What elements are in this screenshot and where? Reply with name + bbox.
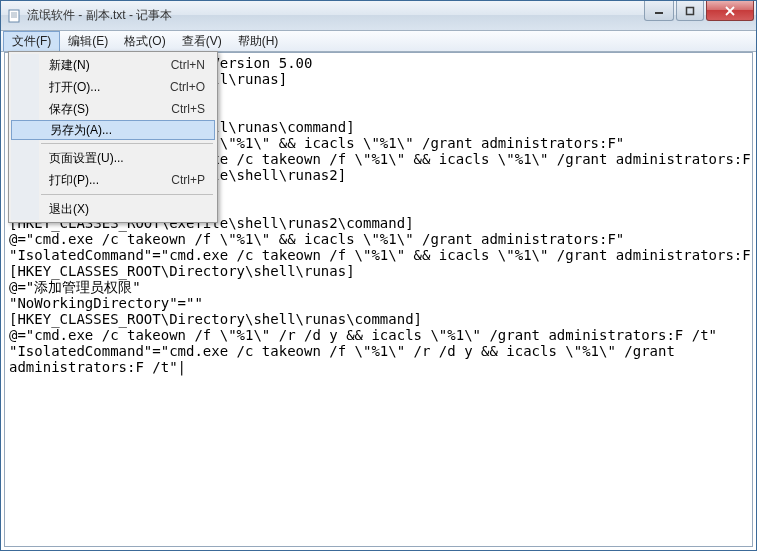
notepad-icon: [7, 8, 23, 24]
menu-saveas[interactable]: 另存为(A)...: [11, 120, 215, 140]
menu-item-label: 保存(S): [19, 101, 171, 118]
menu-item-shortcut: Ctrl+S: [171, 102, 205, 116]
window-title: 流氓软件 - 副本.txt - 记事本: [27, 7, 642, 24]
menu-item-label: 打印(P)...: [19, 172, 171, 189]
menu-separator: [41, 194, 213, 195]
svg-rect-0: [9, 10, 19, 22]
file-dropdown: 新建(N) Ctrl+N 打开(O)... Ctrl+O 保存(S) Ctrl+…: [8, 51, 218, 223]
menu-item-label: 页面设置(U)...: [19, 150, 205, 167]
svg-rect-5: [687, 7, 694, 14]
menu-item-shortcut: Ctrl+P: [171, 173, 205, 187]
window-controls: [642, 1, 754, 21]
menu-item-label: 打开(O)...: [19, 79, 170, 96]
menu-item-shortcut: Ctrl+O: [170, 80, 205, 94]
menu-open[interactable]: 打开(O)... Ctrl+O: [11, 76, 215, 98]
menu-pagesetup[interactable]: 页面设置(U)...: [11, 147, 215, 169]
menu-file[interactable]: 文件(F): [3, 31, 60, 51]
menu-print[interactable]: 打印(P)... Ctrl+P: [11, 169, 215, 191]
titlebar[interactable]: 流氓软件 - 副本.txt - 记事本: [1, 1, 756, 31]
menu-edit[interactable]: 编辑(E): [60, 31, 116, 51]
menu-help[interactable]: 帮助(H): [230, 31, 287, 51]
menu-new[interactable]: 新建(N) Ctrl+N: [11, 54, 215, 76]
menu-save[interactable]: 保存(S) Ctrl+S: [11, 98, 215, 120]
menu-separator: [41, 143, 213, 144]
menu-item-label: 新建(N): [19, 57, 171, 74]
notepad-window: 流氓软件 - 副本.txt - 记事本 文件(F) 编辑(E) 格式(O) 查看…: [0, 0, 757, 551]
close-button[interactable]: [706, 1, 754, 21]
menu-format[interactable]: 格式(O): [116, 31, 173, 51]
minimize-button[interactable]: [644, 1, 674, 21]
menubar: 文件(F) 编辑(E) 格式(O) 查看(V) 帮助(H): [1, 31, 756, 52]
menu-view[interactable]: 查看(V): [174, 31, 230, 51]
menu-item-label: 另存为(A)...: [20, 122, 204, 139]
menu-item-label: 退出(X): [19, 201, 205, 218]
menu-exit[interactable]: 退出(X): [11, 198, 215, 220]
menu-item-shortcut: Ctrl+N: [171, 58, 205, 72]
maximize-button[interactable]: [676, 1, 704, 21]
